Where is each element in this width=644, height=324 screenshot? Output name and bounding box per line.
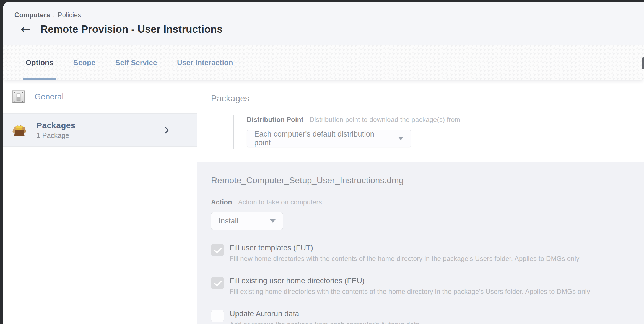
- caret-down-icon: [270, 219, 276, 223]
- packages-pane: Packages Distribution Point Distribution…: [197, 80, 644, 324]
- autorun-help: Add or remove the package from each comp…: [230, 321, 419, 324]
- tab-scope-label: Scope: [73, 58, 95, 67]
- tab-user-interaction-label: User Interaction: [177, 58, 233, 67]
- fut-row: Fill user templates (FUT) Fill new home …: [211, 244, 644, 263]
- feu-help: Fill existing home directories with the …: [230, 288, 590, 295]
- back-button[interactable]: ←: [18, 23, 33, 36]
- title-row: ← Remote Provision - User Instructions: [14, 23, 644, 36]
- breadcrumb: Computers:Policies: [14, 11, 644, 19]
- page-title: Remote Provision - User Instructions: [40, 24, 223, 35]
- section-title: Packages: [211, 94, 644, 104]
- sidebar-item-packages-label: Packages: [37, 121, 76, 130]
- vertical-scrollbar-thumb[interactable]: [642, 57, 644, 69]
- distribution-point-select[interactable]: Each computer's default distribution poi…: [247, 130, 411, 147]
- autorun-checkbox[interactable]: [211, 310, 224, 322]
- feu-label[interactable]: Fill existing user home directories (FEU…: [230, 277, 590, 285]
- autorun-label[interactable]: Update Autorun data: [230, 310, 419, 318]
- distribution-point-label: Distribution Point: [247, 116, 303, 124]
- app-panel: Computers:Policies ← Remote Provision - …: [3, 2, 644, 324]
- fut-checkbox[interactable]: [211, 244, 224, 256]
- page-header: Computers:Policies ← Remote Provision - …: [3, 2, 644, 45]
- light-switch-icon: [12, 90, 25, 103]
- tab-options[interactable]: Options: [23, 45, 56, 80]
- autorun-row: Update Autorun data Add or remove the pa…: [211, 310, 644, 324]
- action-value: Install: [219, 217, 238, 225]
- tab-self-service[interactable]: Self Service: [113, 45, 160, 80]
- action-label: Action: [211, 198, 232, 206]
- action-help: Action to take on computers: [238, 198, 322, 206]
- packages-settings-section: Packages Distribution Point Distribution…: [197, 80, 644, 162]
- distribution-point-value: Each computer's default distribution poi…: [254, 130, 391, 147]
- tab-options-label: Options: [26, 58, 53, 67]
- package-detail-section: Remote_Computer_Setup_User_Instructions.…: [197, 162, 644, 324]
- sidebar-item-general[interactable]: General: [3, 80, 197, 114]
- chevron-right-icon: [164, 126, 169, 134]
- breadcrumb-computers[interactable]: Computers: [14, 11, 50, 19]
- action-select[interactable]: Install: [211, 212, 283, 230]
- feu-row: Fill existing user home directories (FEU…: [211, 277, 644, 295]
- caret-down-icon: [398, 137, 404, 140]
- breadcrumb-policies[interactable]: Policies: [58, 11, 81, 19]
- content-area: General Packages 1 Package: [3, 80, 644, 324]
- tab-self-service-label: Self Service: [115, 58, 157, 67]
- payload-sidebar: General Packages 1 Package: [3, 80, 197, 324]
- sidebar-item-packages-count: 1 Package: [37, 132, 76, 140]
- distribution-point-help: Distribution point to download the packa…: [310, 116, 460, 124]
- sidebar-item-general-label: General: [35, 92, 64, 101]
- breadcrumb-separator: :: [53, 11, 55, 19]
- fut-help: Fill new home directories with the conte…: [230, 255, 580, 263]
- action-group: Action Action to take on computers Insta…: [211, 198, 644, 230]
- tab-user-interaction[interactable]: User Interaction: [174, 45, 236, 80]
- sidebar-item-packages[interactable]: Packages 1 Package: [3, 114, 197, 147]
- fut-label[interactable]: Fill user templates (FUT): [230, 244, 580, 252]
- feu-checkbox[interactable]: [211, 277, 224, 289]
- tab-scope[interactable]: Scope: [71, 45, 98, 80]
- tab-bar: Options Scope Self Service User Interact…: [3, 45, 644, 80]
- package-name: Remote_Computer_Setup_User_Instructions.…: [211, 176, 644, 186]
- back-arrow-icon: ←: [20, 22, 30, 36]
- package-box-icon: [12, 123, 27, 138]
- distribution-point-group: Distribution Point Distribution point to…: [233, 115, 644, 149]
